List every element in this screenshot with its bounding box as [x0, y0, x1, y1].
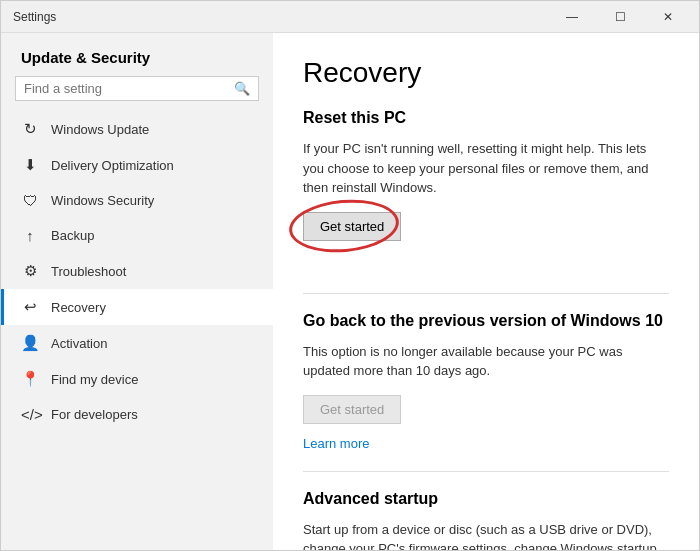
sidebar-item-label: Recovery [51, 300, 106, 315]
close-button[interactable]: ✕ [645, 1, 691, 33]
sidebar-item-label: Troubleshoot [51, 264, 126, 279]
minimize-button[interactable]: — [549, 1, 595, 33]
sidebar: Update & Security 🔍 ↻ Windows Update ⬇ D… [1, 33, 273, 550]
sidebar-item-label: Windows Update [51, 122, 149, 137]
reset-get-started-button[interactable]: Get started [303, 212, 401, 241]
divider-1 [303, 293, 669, 294]
advanced-section-heading: Advanced startup [303, 490, 669, 508]
sidebar-item-label: For developers [51, 407, 138, 422]
sidebar-item-label: Backup [51, 228, 94, 243]
get-started-wrapper: Get started [303, 212, 401, 265]
sidebar-item-windows-update[interactable]: ↻ Windows Update [1, 111, 273, 147]
download-icon: ⬇ [21, 156, 39, 174]
sidebar-item-activation[interactable]: 👤 Activation [1, 325, 273, 361]
location-icon: 📍 [21, 370, 39, 388]
search-icon: 🔍 [234, 81, 250, 96]
recovery-icon: ↩ [21, 298, 39, 316]
learn-more-link[interactable]: Learn more [303, 436, 669, 451]
sidebar-item-find-my-device[interactable]: 📍 Find my device [1, 361, 273, 397]
gear-icon: ⚙ [21, 262, 39, 280]
sidebar-section-title: Update & Security [1, 33, 273, 76]
page-title: Recovery [303, 57, 669, 89]
sidebar-item-troubleshoot[interactable]: ⚙ Troubleshoot [1, 253, 273, 289]
divider-2 [303, 471, 669, 472]
go-back-section-heading: Go back to the previous version of Windo… [303, 312, 669, 330]
go-back-section-text: This option is no longer available becau… [303, 342, 669, 381]
sidebar-item-backup[interactable]: ↑ Backup [1, 218, 273, 253]
window-title: Settings [9, 10, 56, 24]
go-back-get-started-button: Get started [303, 395, 401, 424]
search-box[interactable]: 🔍 [15, 76, 259, 101]
main-content: Update & Security 🔍 ↻ Windows Update ⬇ D… [1, 33, 699, 550]
sidebar-item-label: Windows Security [51, 193, 154, 208]
reset-section-text: If your PC isn't running well, resetting… [303, 139, 669, 198]
titlebar: Settings — ☐ ✕ [1, 1, 699, 33]
sidebar-item-label: Delivery Optimization [51, 158, 174, 173]
search-input[interactable] [24, 81, 234, 96]
sidebar-item-delivery-optimization[interactable]: ⬇ Delivery Optimization [1, 147, 273, 183]
window-controls: — ☐ ✕ [549, 1, 691, 33]
shield-icon: 🛡 [21, 192, 39, 209]
sidebar-item-recovery[interactable]: ↩ Recovery [1, 289, 273, 325]
activation-icon: 👤 [21, 334, 39, 352]
advanced-section-text: Start up from a device or disc (such as … [303, 520, 669, 551]
reset-section-heading: Reset this PC [303, 109, 669, 127]
sidebar-item-label: Find my device [51, 372, 138, 387]
refresh-icon: ↻ [21, 120, 39, 138]
settings-window: Settings — ☐ ✕ Update & Security 🔍 ↻ Win… [0, 0, 700, 551]
sidebar-item-label: Activation [51, 336, 107, 351]
code-icon: </> [21, 406, 39, 423]
backup-icon: ↑ [21, 227, 39, 244]
sidebar-item-windows-security[interactable]: 🛡 Windows Security [1, 183, 273, 218]
maximize-button[interactable]: ☐ [597, 1, 643, 33]
sidebar-item-for-developers[interactable]: </> For developers [1, 397, 273, 432]
main-panel: Recovery Reset this PC If your PC isn't … [273, 33, 699, 550]
